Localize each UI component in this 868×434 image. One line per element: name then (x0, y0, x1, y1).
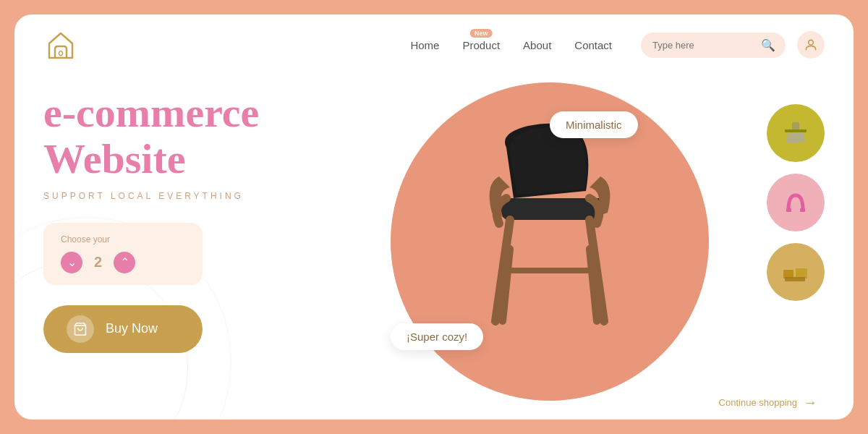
search-input[interactable] (652, 40, 761, 51)
thumbnail-1[interactable] (767, 104, 825, 162)
thumbnails (767, 104, 825, 301)
user-icon (804, 38, 818, 52)
svg-rect-12 (796, 268, 807, 278)
search-icon[interactable]: 🔍 (761, 38, 775, 52)
thumbnail-3[interactable] (767, 243, 825, 301)
continue-shopping[interactable]: Continue shopping → (719, 394, 817, 411)
new-badge: New (470, 29, 493, 38)
header: Home New Product About Contact 🔍 (14, 14, 854, 75)
quantity-decrease-button[interactable]: ⌄ (61, 252, 82, 273)
right-section: Minimalistic ¡Super cozy! (347, 75, 825, 420)
thumbnail-decor-icon (778, 184, 814, 221)
svg-rect-7 (785, 129, 807, 132)
svg-rect-8 (792, 122, 799, 129)
hero-title: e-commerce Website (43, 90, 347, 182)
svg-rect-10 (800, 208, 805, 212)
logo[interactable] (43, 27, 78, 62)
nav-contact[interactable]: Contact (574, 39, 612, 51)
page-wrapper: Home New Product About Contact 🔍 e-comme… (14, 14, 854, 420)
thumbnail-2[interactable] (767, 174, 825, 231)
svg-rect-13 (785, 277, 805, 281)
quantity-value: 2 (94, 254, 102, 271)
buy-now-button[interactable]: Buy Now (43, 305, 203, 353)
choose-box: Choose your ⌄ 2 ⌃ (43, 223, 203, 285)
hero-subtitle: SUPPORT LOCAL EVERYTHING (43, 191, 347, 201)
thumbnail-room-icon (778, 254, 814, 290)
pill-minimalistic: Minimalistic (550, 111, 638, 138)
pill-super-cozy: ¡Super cozy! (391, 323, 483, 350)
quantity-control: ⌄ 2 ⌃ (61, 252, 185, 273)
thumbnail-kitchen-icon (778, 115, 814, 151)
continue-shopping-text: Continue shopping (719, 397, 797, 408)
nav-about[interactable]: About (523, 39, 551, 51)
logo-icon (43, 27, 78, 62)
nav-product[interactable]: New Product (462, 39, 500, 51)
user-icon-button[interactable] (797, 31, 825, 59)
nav-home[interactable]: Home (410, 39, 439, 51)
search-bar: 🔍 (641, 33, 786, 58)
cart-icon-circle (67, 315, 94, 343)
quantity-increase-button[interactable]: ⌃ (114, 252, 135, 273)
buy-now-label: Buy Now (106, 321, 158, 336)
svg-point-0 (809, 40, 814, 45)
main-content: e-commerce Website SUPPORT LOCAL EVERYTH… (14, 75, 854, 420)
continue-shopping-arrow: → (803, 394, 817, 411)
cart-icon (73, 322, 88, 336)
left-section: e-commerce Website SUPPORT LOCAL EVERYTH… (43, 75, 347, 420)
main-nav: Home New Product About Contact (410, 39, 612, 51)
svg-rect-9 (786, 208, 791, 212)
choose-label: Choose your (61, 234, 185, 244)
